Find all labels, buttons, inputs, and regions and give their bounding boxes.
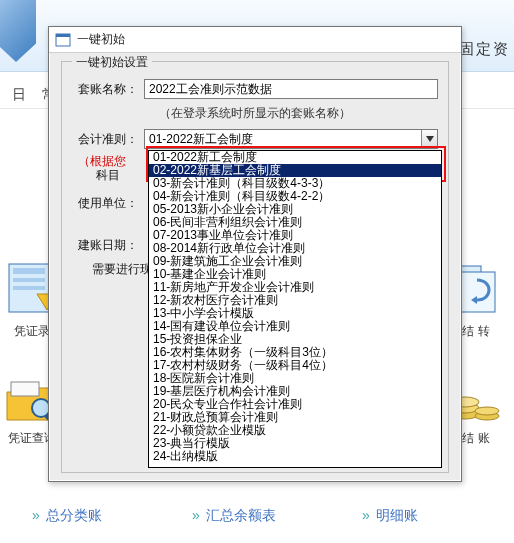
ledger-detail-link[interactable]: 明细账 — [360, 507, 418, 525]
ledger-balance-link[interactable]: 汇总余额表 — [190, 507, 276, 525]
input-account-name[interactable] — [144, 79, 438, 99]
row-account-name: 套账名称： — [72, 78, 438, 100]
rule-combobox-button[interactable] — [421, 130, 437, 148]
dialog-sysicon — [55, 32, 71, 48]
fixed-asset-label: 固定资 — [459, 40, 510, 59]
dialog-titlebar[interactable]: 一键初始 — [49, 27, 461, 53]
footer-ledger-links: 总分类账 汇总余额表 明细账 — [0, 507, 514, 525]
label-rule: 会计准则： — [72, 131, 138, 148]
ledger-general-link[interactable]: 总分类账 — [30, 507, 102, 525]
settings-groupbox: 一键初始设置 套账名称： （在登录系统时所显示的套账名称） 会计准则： （根据您 — [61, 61, 449, 473]
label-use-unit: 使用单位： — [72, 195, 138, 212]
dialog-body: 一键初始设置 套账名称： （在登录系统时所显示的套账名称） 会计准则： （根据您 — [53, 57, 457, 477]
one-key-init-dialog: 一键初始 一键初始设置 套账名称： （在登录系统时所显示的套账名称） 会计准则： — [48, 26, 462, 482]
svg-rect-15 — [56, 34, 70, 37]
row-rule: 会计准则： — [72, 128, 438, 150]
app-logo-icon — [0, 0, 36, 62]
dialog-title: 一键初始 — [77, 31, 125, 48]
label-subject: 科目 — [72, 167, 138, 184]
rule-combobox-input[interactable] — [144, 129, 438, 149]
svg-rect-1 — [13, 268, 45, 274]
label-account-name: 套账名称： — [72, 81, 138, 98]
chevron-down-icon — [426, 136, 434, 142]
label-create-date: 建账日期： — [72, 237, 138, 254]
svg-point-13 — [475, 407, 499, 415]
groupbox-title: 一键初始设置 — [72, 54, 152, 71]
rule-combobox[interactable] — [144, 129, 438, 149]
label-need-action: 需要进行现 — [72, 261, 152, 278]
account-hint-text: （在登录系统时所显示的套账名称） — [159, 105, 351, 122]
svg-rect-2 — [13, 278, 45, 282]
row-account-hint: （在登录系统时所显示的套账名称） — [72, 102, 438, 124]
rule-dropdown-list[interactable]: 01-2022新工会制度02-2022新基层工会制度03-新会计准则（科目级数4… — [148, 150, 442, 468]
rule-option[interactable]: 24-出纳模版 — [149, 450, 441, 463]
svg-rect-3 — [13, 286, 45, 290]
svg-rect-6 — [11, 382, 39, 396]
